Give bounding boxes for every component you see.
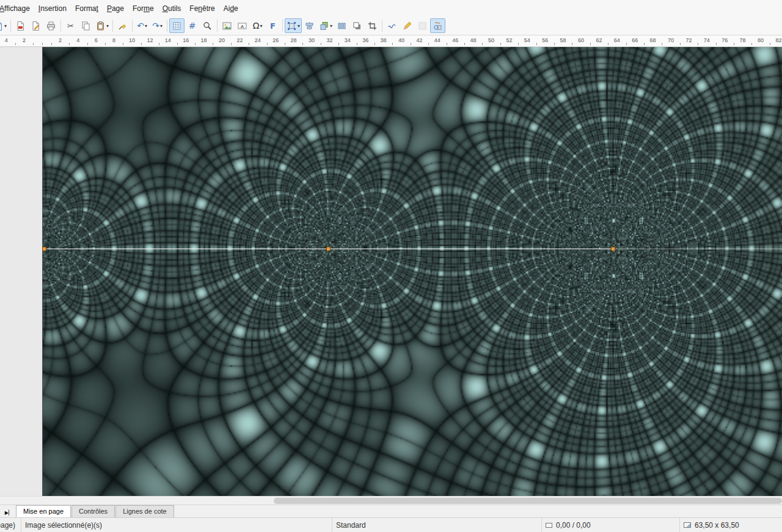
- ruler-tick: [302, 43, 303, 45]
- menu-format[interactable]: Format: [71, 1, 103, 16]
- snap-to-grid-button[interactable]: #: [185, 18, 200, 33]
- status-object-size[interactable]: 63,50 x 63,50: [679, 518, 782, 532]
- paste-button[interactable]: ▾: [93, 18, 111, 33]
- ruler-tick: [267, 43, 268, 45]
- edit-points-button[interactable]: [400, 18, 415, 33]
- dropdown-arrow-icon[interactable]: ▾: [4, 23, 7, 29]
- dropdown-arrow-icon[interactable]: ▾: [106, 23, 109, 29]
- selection-handle-0[interactable]: [42, 247, 46, 251]
- ruler-tick: [177, 43, 178, 45]
- ruler-label: 76: [722, 37, 728, 43]
- insert-image-button[interactable]: [219, 18, 235, 33]
- ruler-tick: [159, 43, 159, 45]
- layer-tab-lignes-de-cote[interactable]: Lignes de cote: [115, 505, 174, 517]
- edit-mode-button[interactable]: [28, 18, 43, 33]
- filter-button[interactable]: [384, 18, 400, 33]
- ruler-label: 6: [95, 37, 98, 43]
- new-document-button[interactable]: ▾: [0, 18, 9, 33]
- menu-affichage[interactable]: Affichage: [0, 1, 34, 16]
- ruler-label: 28: [291, 37, 297, 43]
- drawing-workspace: [0, 47, 782, 496]
- fractal-image[interactable]: [42, 47, 782, 496]
- dropdown-arrow-icon[interactable]: ▾: [298, 23, 300, 29]
- cut-button[interactable]: ✂: [63, 18, 78, 33]
- dropdown-arrow-icon[interactable]: ▾: [330, 23, 332, 29]
- toolbar-separator: [167, 20, 167, 32]
- ruler-label: 46: [452, 37, 458, 43]
- ruler-tick: [572, 43, 572, 45]
- clone-formatting-button[interactable]: [115, 18, 130, 33]
- ruler-tick: [662, 43, 662, 45]
- menu-outils[interactable]: Outils: [158, 1, 186, 16]
- transformations-button[interactable]: ▾: [285, 18, 302, 33]
- show-draw-functions-button[interactable]: [430, 18, 445, 33]
- horizontal-scrollbar-thumb[interactable]: [274, 498, 782, 504]
- copy-button[interactable]: [78, 18, 93, 33]
- insert-fontwork-button[interactable]: F: [265, 18, 280, 33]
- toolbar-separator: [382, 20, 382, 32]
- undo-button[interactable]: ↶▾: [134, 18, 150, 33]
- ruler-tick: [518, 43, 519, 45]
- distribute-button[interactable]: [334, 18, 349, 33]
- dropdown-arrow-icon[interactable]: ▾: [260, 23, 262, 29]
- align-objects-button[interactable]: [302, 18, 317, 33]
- selection-handle-2[interactable]: [611, 247, 615, 251]
- insert-text-box-button[interactable]: A: [235, 18, 250, 33]
- status-cursor-position[interactable]: 0,00 / 0,00: [541, 518, 679, 532]
- zoom-button[interactable]: [200, 18, 215, 33]
- shadow-button[interactable]: [349, 18, 365, 33]
- menu-aide[interactable]: Aide: [219, 1, 243, 16]
- libreoffice-draw-window: AffichageInsertionFormatPageFormeOutilsF…: [0, 0, 782, 532]
- horizontal-scrollbar[interactable]: [0, 496, 782, 505]
- ruler-label: 50: [488, 37, 494, 43]
- layer-tab-controles[interactable]: Contrôles: [71, 505, 115, 517]
- menu-insertion[interactable]: Insertion: [34, 1, 71, 16]
- ruler-tick: [105, 43, 106, 45]
- menu-page[interactable]: Page: [103, 1, 128, 16]
- status-page-info-text: (Mise en page): [0, 521, 15, 530]
- ruler-label: 4: [5, 37, 8, 43]
- ruler-tick: [464, 43, 465, 45]
- crop-image-button[interactable]: [365, 18, 380, 33]
- ruler-tick: [770, 43, 770, 45]
- dropdown-arrow-icon[interactable]: ▾: [160, 23, 163, 29]
- toolbar-separator: [10, 20, 11, 32]
- ruler-label: 26: [272, 37, 279, 43]
- layer-nav-last-icon[interactable]: ▶▏: [1, 508, 16, 517]
- ruler-label: 64: [614, 37, 620, 43]
- dropdown-arrow-icon[interactable]: ▾: [145, 23, 147, 29]
- ruler-tick: [716, 43, 717, 45]
- glue-points-button: [415, 18, 430, 33]
- ruler-tick: [141, 43, 142, 45]
- redo-button[interactable]: ↷▾: [150, 18, 165, 33]
- ruler-tick: [554, 43, 555, 45]
- ruler-label: 80: [758, 37, 764, 43]
- menu-bar: AffichageInsertionFormatPageFormeOutilsF…: [0, 0, 782, 16]
- horizontal-ruler[interactable]: 4224681012141618202224262830323436384042…: [0, 35, 782, 47]
- menu-fenetre[interactable]: Fenêtre: [185, 1, 219, 16]
- print-button[interactable]: [43, 18, 59, 33]
- selection-handle-1[interactable]: [326, 247, 331, 251]
- ruler-tick: [338, 43, 339, 45]
- ruler-label: 52: [506, 37, 512, 43]
- special-character-button[interactable]: Ω▾: [250, 18, 265, 33]
- ruler-tick: [536, 43, 537, 45]
- ruler-tick: [644, 43, 645, 45]
- export-pdf-button[interactable]: [13, 18, 28, 33]
- ruler-tick: [447, 43, 447, 45]
- display-grid-button[interactable]: [169, 18, 185, 33]
- ruler-tick: [231, 43, 232, 45]
- ruler-tick: [33, 43, 34, 45]
- ruler-tick: [42, 43, 43, 45]
- layer-tab-mise-en-page[interactable]: Mise en page: [16, 505, 71, 517]
- ruler-tick: [375, 43, 375, 45]
- menu-forme[interactable]: Forme: [128, 1, 158, 16]
- toolbar-separator: [217, 20, 217, 32]
- toolbar-separator: [112, 20, 113, 32]
- ruler-label: 82: [775, 37, 781, 43]
- ruler-tick: [392, 43, 393, 45]
- ruler-label: 74: [704, 37, 710, 43]
- ruler-tick: [411, 43, 411, 45]
- status-page-style[interactable]: Standard: [332, 518, 541, 532]
- arrange-button[interactable]: ▾: [317, 18, 334, 33]
